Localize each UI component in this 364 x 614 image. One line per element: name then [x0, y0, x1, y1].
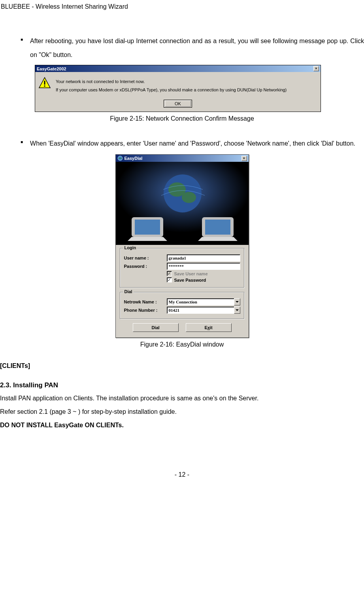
- exit-button[interactable]: Exit: [186, 323, 232, 332]
- clients-heading: [CLIENTs]: [0, 362, 364, 370]
- section-heading: 2.3. Installing PAN: [0, 381, 364, 389]
- password-row: Password :: [124, 263, 240, 270]
- phone-combo[interactable]: [167, 307, 240, 314]
- bullet-marker: ■: [0, 34, 30, 62]
- easydial-body: Login User name : Password : ✓ Save User…: [116, 245, 249, 337]
- page-header: BLUEBEE - Wireless Internet Sharing Wiza…: [0, 0, 364, 10]
- easydial-dialog: EasyDial ×: [115, 154, 249, 338]
- username-label: User name :: [124, 256, 167, 260]
- close-icon[interactable]: ×: [241, 156, 247, 161]
- dialog-message: Your network is not connected to Interne…: [56, 77, 317, 94]
- svg-rect-2: [44, 85, 45, 87]
- dialog-button-row: OK: [35, 97, 321, 112]
- body-p2: Refer section 2.1 (page 3 ~ ) for step-b…: [0, 405, 364, 419]
- easydial-button-row: Dial Exit: [120, 323, 245, 332]
- ok-button-label: OK: [165, 100, 191, 107]
- bullet-text: When 'EasyDial' window appears, enter 'U…: [30, 136, 364, 150]
- dial-fieldset: Dial Netrowk Name : Phone Number :: [120, 292, 245, 319]
- bullet-2: ■ When 'EasyDial' window appears, enter …: [0, 136, 364, 150]
- dialog-line2: If your computer uses Modem or xDSL(PPPo…: [56, 86, 317, 94]
- dialog-title: EasyGate2002: [37, 66, 66, 71]
- dial-button[interactable]: Dial: [133, 323, 179, 332]
- dial-legend: Dial: [123, 289, 134, 294]
- save-password-checkbox[interactable]: ✓: [167, 277, 172, 282]
- save-username-label: Save User name: [174, 271, 208, 276]
- chevron-down-icon[interactable]: [234, 307, 240, 314]
- easygate-message-dialog: EasyGate2002 × Your network is not conne…: [35, 65, 321, 112]
- network-label: Netrowk Name :: [124, 299, 167, 304]
- login-legend: Login: [123, 245, 138, 250]
- save-password-row: ✓ Save Password: [167, 277, 240, 282]
- password-label: Password :: [124, 264, 167, 269]
- dialog-body: Your network is not connected to Interne…: [35, 72, 321, 97]
- page-number: - 12 -: [0, 471, 364, 486]
- username-input[interactable]: [167, 254, 240, 262]
- easydial-banner-image: [116, 162, 249, 245]
- page-content: ■ After rebooting, you have lost dial-up…: [0, 10, 364, 432]
- bullet-marker: ■: [0, 136, 30, 150]
- network-combo[interactable]: [167, 298, 240, 305]
- login-fieldset: Login User name : Password : ✓ Save User…: [120, 248, 245, 288]
- bullet-text: After rebooting, you have lost dial-up I…: [30, 34, 364, 62]
- save-username-row: ✓ Save User name: [167, 271, 240, 276]
- save-username-checkbox: ✓: [167, 271, 172, 276]
- network-input[interactable]: [167, 298, 234, 305]
- body-p3: DO NOT INSTALL EasyGate ON CLIENTs.: [0, 419, 364, 432]
- svg-marker-11: [128, 237, 167, 241]
- figure-caption-2: Figure 2-16: EasyDial window: [0, 341, 364, 348]
- svg-point-8: [182, 192, 196, 203]
- phone-label: Phone Number :: [124, 308, 167, 313]
- dialog-line1: Your network is not connected to Interne…: [56, 78, 317, 86]
- chevron-down-icon[interactable]: [234, 298, 240, 305]
- body-p1: Install PAN application on Clients. The …: [0, 392, 364, 405]
- username-row: User name :: [124, 254, 240, 262]
- password-input[interactable]: [167, 263, 240, 270]
- network-row: Netrowk Name :: [124, 298, 240, 305]
- figure-caption-1: Figure 2-15: Network Connection Confirm …: [0, 115, 364, 122]
- ok-button[interactable]: OK: [164, 100, 192, 108]
- close-icon[interactable]: ×: [313, 66, 319, 71]
- easydial-title: EasyDial: [124, 156, 241, 161]
- bullet-1: ■ After rebooting, you have lost dial-up…: [0, 34, 364, 62]
- warning-icon: [38, 77, 51, 89]
- phone-input[interactable]: [167, 307, 234, 314]
- save-password-label: Save Password: [174, 278, 206, 282]
- svg-rect-13: [205, 220, 230, 235]
- svg-rect-10: [135, 220, 160, 235]
- easydial-app-icon: [117, 155, 123, 161]
- svg-rect-1: [44, 81, 45, 85]
- easydial-titlebar: EasyDial ×: [116, 155, 249, 162]
- svg-marker-14: [198, 237, 238, 241]
- phone-row: Phone Number :: [124, 307, 240, 314]
- dialog-titlebar: EasyGate2002 ×: [35, 65, 321, 72]
